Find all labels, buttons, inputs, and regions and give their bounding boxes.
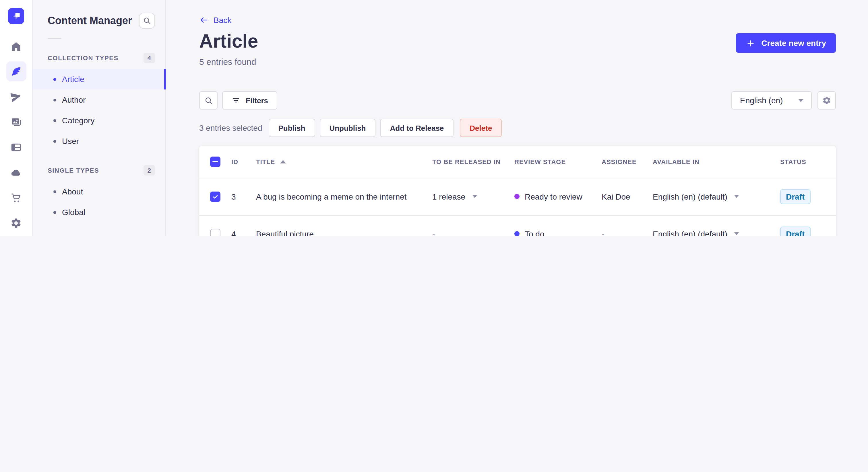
row-checkbox[interactable] [210,191,220,202]
subnav-item-category[interactable]: Category [33,110,165,131]
filter-toolbar: Filters English (en) [199,91,836,109]
column-header-title[interactable]: TITLE [256,146,432,178]
plus-icon [746,38,755,48]
bullet-icon [53,140,56,142]
cell-released: - [432,215,515,236]
search-icon [204,96,213,105]
selection-count: 3 entries selected [199,123,262,133]
create-new-entry-button[interactable]: Create new entry [736,33,836,53]
unpublish-button[interactable]: Unpublish [319,119,375,137]
page-title: Article [199,30,258,52]
column-header-status[interactable]: STATUS [780,146,836,178]
subnav-item-label: User [62,136,79,146]
sidebar-item-cloud[interactable] [6,162,26,182]
subnav: Content Manager COLLECTION TYPES 4 Artic… [33,0,166,236]
locale-value: English (en) [740,96,783,105]
paper-plane-icon [10,91,22,102]
subnav-item-label: Category [62,116,95,125]
filters-button[interactable]: Filters [222,91,277,109]
filters-label: Filters [246,96,268,105]
subnav-item-author[interactable]: Author [33,90,165,110]
select-all-checkbox[interactable] [210,157,220,167]
delete-button[interactable]: Delete [460,119,502,137]
subnav-item-label: About [62,187,83,196]
strapi-logo-icon [8,8,24,24]
locale-dropdown[interactable]: English (en) (default) [653,192,780,201]
icon-rail: KD [0,0,33,236]
sidebar-item-media-library[interactable] [6,112,26,132]
column-header-review-stage[interactable]: REVIEW STAGE [515,146,601,178]
bullet-icon [53,78,56,80]
entries-count: 5 entries found [199,57,256,67]
subnav-search-button[interactable] [139,12,155,29]
collection-types-count: 4 [144,53,155,63]
chevron-down-icon [734,195,739,198]
cell-review-stage: To do [515,229,601,236]
selection-toolbar: 3 entries selected Publish Unpublish Add… [199,119,502,137]
entries-table: ID TITLE TO BE RELEASED IN REVIEW STAGE … [199,146,836,236]
sidebar-item-content-manager[interactable] [6,61,26,81]
back-arrow-icon [199,15,208,25]
table-row[interactable]: 4 Beautiful picture - To do - English (e… [199,215,836,236]
locale-dropdown[interactable]: English (en) (default) [653,229,780,236]
entries-table-card: ID TITLE TO BE RELEASED IN REVIEW STAGE … [199,146,836,236]
layout-icon [10,141,22,153]
table-row[interactable]: 3 A bug is becoming a meme on the intern… [199,178,836,215]
cell-review-stage: Ready to review [515,192,601,201]
sidebar-item-marketplace[interactable] [6,188,26,208]
back-link[interactable]: Back [199,15,231,25]
sidebar-item-settings[interactable] [6,213,26,233]
filter-icon [231,96,241,105]
check-icon [212,193,219,200]
single-types-count: 2 [144,165,155,175]
subnav-item-label: Global [62,208,85,217]
column-header-id[interactable]: ID [231,146,256,178]
row-checkbox[interactable] [210,229,220,236]
create-new-entry-label: Create new entry [761,38,826,47]
subnav-item-article[interactable]: Article [33,69,165,90]
home-icon [10,40,22,52]
cell-title: A bug is becoming a meme on the internet [256,178,432,215]
table-header-row: ID TITLE TO BE RELEASED IN REVIEW STAGE … [199,146,836,178]
sort-ascending-icon [280,160,286,164]
subnav-item-user[interactable]: User [33,131,165,151]
release-dropdown[interactable]: 1 release [432,192,515,201]
content-manager-icon [10,66,22,77]
chevron-down-icon [799,99,803,102]
cell-id: 4 [231,215,256,236]
locale-select[interactable]: English (en) [732,91,812,109]
status-badge: Draft [780,226,810,236]
strapi-logo[interactable] [8,8,24,24]
chevron-down-icon [734,232,739,235]
status-badge: Draft [780,189,810,204]
cell-id: 3 [231,178,256,215]
cell-assignee: Kai Doe [601,178,653,215]
cloud-icon [10,167,22,178]
shopping-cart-icon [10,192,22,203]
stage-dot-icon [515,231,520,236]
bullet-icon [53,211,56,214]
rail-nav [6,36,26,233]
collection-types-label: COLLECTION TYPES [48,55,119,61]
subnav-item-about[interactable]: About [33,181,165,202]
sidebar-item-home[interactable] [6,36,26,56]
column-header-assignee[interactable]: ASSIGNEE [601,146,653,178]
bullet-icon [53,98,56,101]
search-icon [143,16,152,25]
view-settings-button[interactable] [817,91,836,109]
publish-button[interactable]: Publish [268,119,315,137]
bullet-icon [53,119,56,122]
media-library-icon [10,116,22,128]
column-header-released[interactable]: TO BE RELEASED IN [432,146,515,178]
gear-icon [822,96,831,105]
subnav-item-global[interactable]: Global [33,202,165,223]
gear-icon [10,217,22,229]
bullet-icon [53,190,56,193]
sidebar-item-content-type-builder[interactable] [6,137,26,157]
sidebar-item-releases[interactable] [6,87,26,107]
subnav-item-label: Author [62,95,86,104]
column-header-available-in[interactable]: AVAILABLE IN [653,146,780,178]
single-types-label: SINGLE TYPES [48,167,99,174]
add-to-release-button[interactable]: Add to Release [380,119,454,137]
search-button[interactable] [199,91,218,109]
